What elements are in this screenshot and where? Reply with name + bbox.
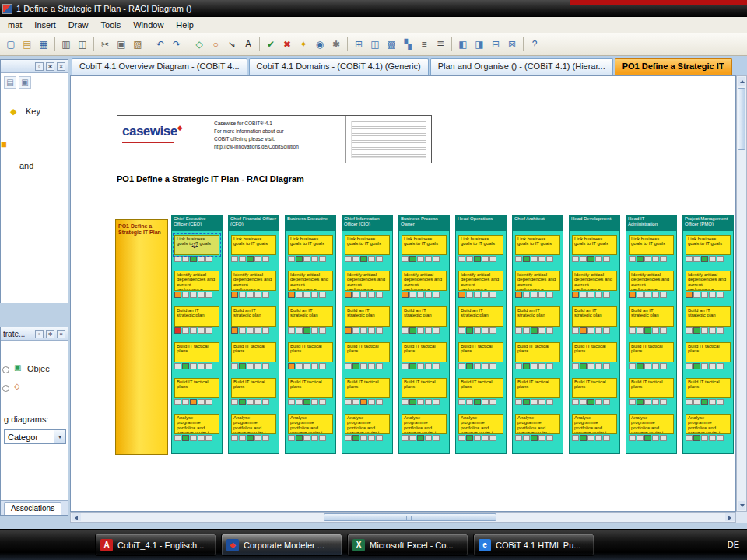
activity-box[interactable]: Identify critical dependencies and curre…: [458, 271, 503, 291]
document-tab-2[interactable]: CobiT 4.1 Domains - (COBiT 4.1) (Generic…: [249, 58, 429, 75]
activity-box[interactable]: Analyse programme portfolios and manage …: [686, 414, 731, 434]
group-icon[interactable]: ⊟: [488, 37, 503, 52]
activity-box[interactable]: Build IT tactical plans: [288, 342, 333, 362]
activity-box[interactable]: Identify critical dependencies and curre…: [402, 271, 447, 291]
new-icon[interactable]: ▢: [3, 37, 19, 52]
raci-column[interactable]: Chief ArchitectLink business goals to IT…: [512, 215, 563, 454]
raci-column[interactable]: Project Management Officer (PMO)Link bus…: [682, 215, 734, 454]
settings-gear-icon[interactable]: ✱: [328, 37, 344, 52]
taskbar-button-4[interactable]: eCOBiT 4.1 HTML Pu...: [473, 534, 594, 556]
activity-box[interactable]: Build IT tactical plans: [515, 342, 560, 362]
favorite-icon[interactable]: ✦: [296, 37, 311, 52]
scroll-right-arrow[interactable]: [725, 513, 735, 521]
document-tab-4[interactable]: PO1 Define a Strategic IT: [615, 58, 732, 75]
activity-box[interactable]: Link business goals to IT goals: [515, 235, 560, 255]
help-icon[interactable]: ?: [527, 37, 542, 52]
ungroup-icon[interactable]: ⊠: [504, 37, 520, 52]
redo-icon[interactable]: ↷: [169, 37, 184, 52]
cascade-windows-icon[interactable]: ▩: [384, 37, 399, 52]
ellipse-tool-icon[interactable]: ○: [208, 37, 223, 52]
activity-box[interactable]: Analyse programme portfolios and manage …: [345, 414, 390, 434]
activity-box[interactable]: Link business goals to IT goals↔↕: [174, 235, 219, 255]
scroll-up-arrow[interactable]: [738, 77, 745, 86]
activity-box[interactable]: Link business goals to IT goals: [345, 235, 390, 255]
horizontal-scroll-thumb[interactable]: [324, 513, 496, 521]
panel-close-button[interactable]: ×: [57, 62, 65, 71]
activity-box[interactable]: Build IT tactical plans: [174, 378, 219, 398]
radio-button[interactable]: [2, 385, 9, 392]
activity-box[interactable]: Build IT tactical plans: [402, 378, 447, 398]
activity-box[interactable]: Identify critical dependencies and curre…: [515, 271, 560, 291]
spellcheck-icon[interactable]: ✔: [263, 37, 279, 52]
activity-box[interactable]: Build an IT strategic plan: [686, 306, 731, 327]
activity-box[interactable]: Analyse programme portfolios and manage …: [629, 414, 674, 434]
tile-windows-icon[interactable]: ▚: [400, 37, 416, 52]
raci-column[interactable]: Business Process OwnerLink business goal…: [398, 215, 450, 454]
scroll-left-arrow[interactable]: [72, 513, 81, 521]
activity-box[interactable]: Identify critical dependencies and curre…: [288, 271, 333, 291]
activity-box[interactable]: Analyse programme portfolios and manage …: [458, 414, 503, 434]
activity-box[interactable]: Build IT tactical plans: [288, 378, 333, 398]
activity-box[interactable]: Build IT tactical plans: [629, 342, 674, 362]
activity-box[interactable]: Build IT tactical plans: [572, 378, 617, 398]
activity-box[interactable]: Build an IT strategic plan: [515, 306, 560, 327]
open-icon[interactable]: ▤: [19, 37, 35, 52]
scroll-down-arrow[interactable]: [738, 501, 745, 510]
undo-icon[interactable]: ↶: [153, 37, 168, 52]
activity-box[interactable]: Link business goals to IT goals: [572, 235, 617, 255]
raci-column[interactable]: Chief Financial Officer (CFO)Link busine…: [228, 215, 279, 454]
taskbar-button-1[interactable]: ACobiT_4.1 - Englisch...: [95, 534, 216, 556]
print-icon[interactable]: ▥: [58, 37, 74, 52]
taskbar-button-3[interactable]: XMicrosoft Excel - Co...: [347, 534, 468, 556]
horizontal-scrollbar[interactable]: [70, 512, 736, 523]
activity-box[interactable]: Build an IT strategic plan: [402, 306, 447, 327]
activity-box[interactable]: Identify critical dependencies and curre…: [572, 271, 617, 291]
layout-icon[interactable]: ◫: [367, 37, 383, 52]
menu-item-tools[interactable]: Tools: [95, 18, 128, 32]
panel-float-button[interactable]: ▫: [35, 330, 44, 338]
activity-box[interactable]: Link business goals to IT goals: [231, 235, 276, 255]
chevron-down-icon[interactable]: ▾: [54, 430, 65, 443]
activity-box[interactable]: Link business goals to IT goals: [402, 235, 447, 255]
activity-box[interactable]: Build IT tactical plans: [402, 342, 447, 362]
activity-box[interactable]: Build IT tactical plans: [345, 378, 390, 398]
raci-column[interactable]: Head IT AdministrationLink business goal…: [626, 215, 677, 454]
activity-box[interactable]: Analyse programme portfolios and manage …: [402, 414, 447, 434]
vertical-scrollbar[interactable]: [736, 75, 747, 512]
bring-front-icon[interactable]: ◧: [455, 37, 471, 52]
activity-box[interactable]: Identify critical dependencies and curre…: [231, 271, 276, 291]
activity-box[interactable]: Build an IT strategic plan: [288, 306, 333, 327]
vertical-scroll-thumb[interactable]: [738, 88, 745, 150]
raci-column[interactable]: Head DevelopmentLink business goals to I…: [569, 215, 620, 454]
activity-box[interactable]: Build IT tactical plans: [345, 342, 390, 362]
document-tab-1[interactable]: CobiT 4.1 Overview Diagram - (COBiT 4...: [72, 58, 247, 75]
activity-box[interactable]: Build IT tactical plans: [231, 342, 276, 362]
activity-box[interactable]: Analyse programme portfolios and manage …: [288, 414, 333, 434]
layers-icon[interactable]: ≣: [433, 37, 448, 52]
process-box[interactable]: PO1 Define a Strategic IT Plan: [115, 219, 168, 455]
cut-icon[interactable]: ✂: [97, 37, 113, 52]
language-indicator[interactable]: DE: [728, 540, 739, 549]
activity-box[interactable]: Build an IT strategic plan: [345, 306, 390, 327]
activity-box[interactable]: Build an IT strategic plan: [458, 306, 503, 327]
document-tab-3[interactable]: Plan and Organise () - (COBiT 4.1) (Hier…: [430, 58, 613, 75]
menu-item-window[interactable]: Window: [127, 18, 170, 32]
logo-link[interactable]: http://cw-innovations.de/CobitSolution: [214, 143, 341, 151]
palette-item-key-label[interactable]: Key: [26, 107, 40, 116]
activity-box[interactable]: Analyse programme portfolios and manage …: [572, 414, 617, 434]
activity-box[interactable]: Build an IT strategic plan: [629, 306, 674, 327]
activity-box[interactable]: Link business goals to IT goals: [458, 235, 503, 255]
menu-item-mat[interactable]: mat: [2, 18, 28, 32]
raci-column[interactable]: Chief Information Officer (CIO)Link busi…: [342, 215, 393, 454]
tab-associations[interactable]: Associations: [4, 502, 61, 515]
activity-box[interactable]: Identify critical dependencies and curre…: [345, 271, 390, 291]
delete-icon[interactable]: ✖: [279, 37, 295, 52]
activity-box[interactable]: Build an IT strategic plan: [572, 306, 617, 327]
activity-box[interactable]: Build IT tactical plans: [572, 342, 617, 362]
activity-box[interactable]: Build IT tactical plans: [231, 378, 276, 398]
radio-button[interactable]: [2, 366, 9, 373]
menu-item-help[interactable]: Help: [170, 18, 200, 32]
activity-box[interactable]: Link business goals to IT goals: [288, 235, 333, 255]
palette-tool-icon-1[interactable]: ▤: [4, 76, 16, 89]
paste-icon[interactable]: ▧: [130, 37, 146, 52]
